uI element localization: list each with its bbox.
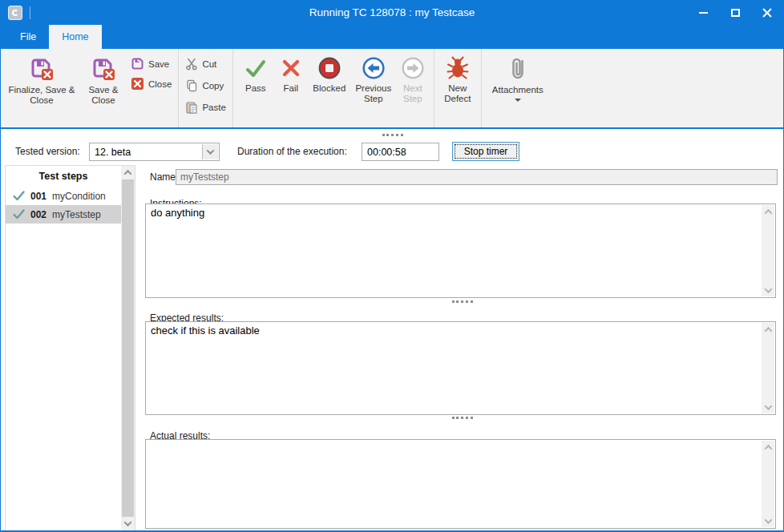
blocked-button[interactable]: Blocked: [308, 53, 351, 119]
button-label: Pass: [245, 83, 266, 94]
previous-arrow-icon: [361, 55, 386, 81]
scroll-down-button[interactable]: [121, 517, 135, 530]
expected-results-textarea[interactable]: check if this is available: [145, 321, 776, 415]
scroll-up-button[interactable]: [121, 166, 135, 179]
stop-timer-button[interactable]: Stop timer: [452, 142, 519, 161]
chevron-down-icon: [124, 518, 132, 526]
close-window-button[interactable]: [751, 1, 783, 25]
close-button[interactable]: Close: [128, 75, 174, 92]
step-name: myTeststep: [52, 209, 101, 220]
button-label: Fail: [284, 83, 299, 94]
check-icon: [13, 209, 25, 220]
ribbon-group-clipboard: Cut Copy Paste: [179, 49, 232, 127]
floppy-disk-close-icon: [90, 55, 117, 83]
name-field: myTeststep: [176, 169, 778, 185]
paste-button[interactable]: Paste: [183, 99, 228, 115]
ribbon-group-file: Finalize, Save & Close Save & Close: [1, 49, 179, 127]
check-icon: [13, 191, 25, 201]
scroll-down-button[interactable]: [762, 514, 774, 527]
chevron-down-icon: [764, 402, 772, 410]
maximize-icon: [731, 9, 740, 17]
actual-results-textarea[interactable]: [145, 439, 776, 529]
copy-button[interactable]: Copy: [183, 77, 228, 94]
tested-version-label: Tested version:: [15, 146, 80, 157]
chevron-down-icon: [764, 285, 772, 293]
ribbon-tab-bar: File Home: [1, 25, 783, 49]
bug-icon: [445, 55, 471, 81]
button-label: Cut: [202, 59, 216, 69]
attachments-button[interactable]: Attachments: [486, 53, 550, 119]
button-label: Previous Step: [353, 83, 394, 104]
chevron-down-icon: [515, 99, 521, 102]
fail-button[interactable]: Fail: [274, 53, 308, 119]
chevron-up-icon: [764, 326, 772, 334]
next-step-button[interactable]: Next Step: [396, 53, 430, 119]
scrollbar-thumb[interactable]: [122, 179, 134, 517]
step-number: 002: [30, 209, 46, 220]
finalize-save-close-button[interactable]: Finalize, Save & Close: [5, 53, 79, 119]
button-label: Save & Close: [80, 85, 127, 106]
duration-label: Duration of the execution:: [237, 146, 347, 157]
instructions-textarea[interactable]: do anything: [145, 204, 776, 298]
ribbon-group-test-step: Pass Fail Blocked Previou: [233, 49, 434, 127]
splitter-dots: [452, 417, 473, 419]
horizontal-splitter-handle[interactable]: [382, 134, 403, 136]
window-controls: [687, 1, 783, 25]
close-red-icon: [131, 77, 144, 91]
scroll-down-button[interactable]: [762, 284, 774, 296]
previous-step-button[interactable]: Previous Step: [351, 53, 396, 119]
minimize-icon: [699, 12, 708, 14]
chevron-down-icon: [207, 147, 215, 155]
step-number: 001: [30, 191, 46, 202]
maximize-button[interactable]: [719, 1, 751, 25]
pass-button[interactable]: Pass: [237, 53, 274, 119]
minimize-button[interactable]: [687, 1, 719, 25]
title-bar: Running TC 128078 : my Testcase: [1, 1, 783, 25]
copy-icon: [185, 79, 198, 92]
scroll-up-button[interactable]: [762, 205, 774, 218]
tab-file[interactable]: File: [7, 25, 49, 49]
step-name: myCondition: [52, 191, 106, 202]
fail-x-icon: [278, 55, 304, 81]
save-button[interactable]: Save: [128, 55, 174, 72]
scroll-up-button[interactable]: [762, 441, 774, 453]
expected-results-scrollbar[interactable]: [762, 323, 774, 413]
close-icon: [762, 8, 772, 18]
test-steps-header: Test steps: [6, 166, 135, 187]
cut-button[interactable]: Cut: [183, 55, 228, 72]
chevron-up-icon: [764, 444, 772, 452]
instructions-text: do anything: [151, 207, 204, 219]
instructions-scrollbar[interactable]: [762, 205, 774, 296]
steps-scrollbar[interactable]: [121, 166, 135, 530]
chevron-up-icon: [764, 208, 772, 216]
clipboard-paste-icon: [185, 101, 198, 114]
button-label: Close: [148, 79, 172, 89]
button-label: Finalize, Save & Close: [6, 85, 77, 106]
file-small-buttons: Save Close: [128, 53, 174, 92]
button-label: Save: [148, 59, 169, 69]
splitter-dots: [452, 300, 473, 303]
test-steps-panel: Test steps 001 myCondition 002 myTestste…: [5, 165, 135, 530]
button-label: Blocked: [313, 83, 346, 94]
duration-input[interactable]: 00:00:58: [362, 143, 439, 161]
next-arrow-icon: [400, 55, 426, 81]
chevron-down-icon: [764, 516, 772, 524]
button-label: Copy: [202, 81, 224, 91]
button-label: Attachments: [492, 85, 544, 95]
test-step-row-1[interactable]: 001 myCondition: [6, 187, 121, 205]
new-defect-button[interactable]: New Defect: [438, 53, 477, 119]
blocked-stop-icon: [317, 55, 342, 81]
tested-version-select[interactable]: 12. beta: [89, 143, 220, 161]
save-close-button[interactable]: Save & Close: [79, 53, 128, 119]
splitter-instructions-expected[interactable]: [142, 300, 782, 307]
pass-check-icon: [243, 55, 269, 81]
floppy-disk-close-icon: [28, 55, 55, 83]
select-dropdown-button[interactable]: [202, 144, 218, 159]
test-step-form: Name: myTeststep Instructions: do anythi…: [142, 165, 782, 530]
scroll-down-button[interactable]: [762, 401, 774, 413]
scroll-up-button[interactable]: [762, 323, 774, 336]
tab-home[interactable]: Home: [49, 25, 101, 49]
test-step-row-2[interactable]: 002 myTeststep: [6, 205, 121, 224]
actual-results-scrollbar[interactable]: [762, 441, 774, 527]
splitter-expected-actual[interactable]: [142, 417, 782, 423]
